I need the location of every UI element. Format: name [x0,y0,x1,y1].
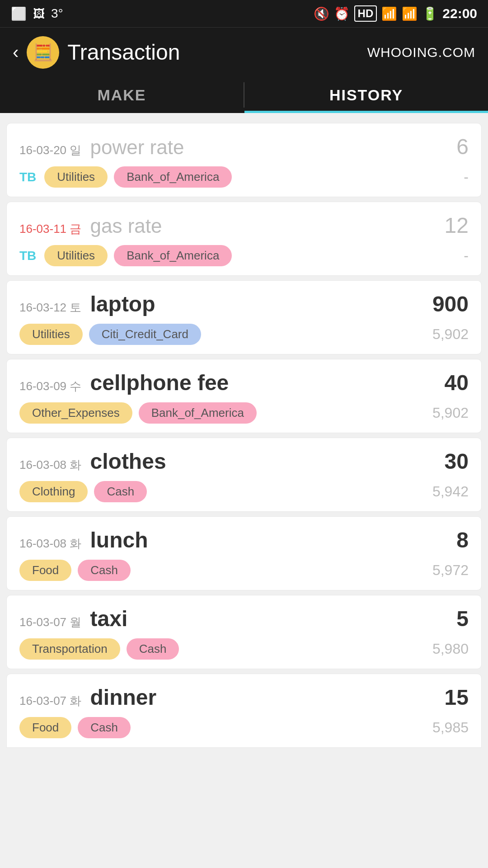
transaction-date: 16-03-08 화 [19,457,85,473]
status-right: 🔇 ⏰ HD 📶 📶 🔋 22:00 [314,5,477,22]
transaction-card[interactable]: 16-03-08 화 lunch 8 Food Cash 5,972 [6,516,482,590]
payment-tag[interactable]: Bank_of_America [114,245,232,266]
transaction-name: dinner [90,685,157,710]
transaction-amount: 6 [456,134,469,159]
category-tag[interactable]: Utilities [19,324,83,345]
date-name-row: 16-03-20 일 power rate [19,136,184,159]
image-icon: 🖼 [33,7,45,21]
site-label: WHOOING.COM [367,45,475,60]
transaction-footer: Utilities Citi_Credit_Card 5,902 [19,324,469,345]
date-name-row: 16-03-08 화 lunch [19,528,148,552]
transaction-amount: 8 [456,528,469,552]
category-tag[interactable]: Food [19,560,71,581]
balance-label: 5,980 [432,641,469,657]
payment-tag[interactable]: Cash [94,481,147,502]
transaction-date: 16-03-08 화 [19,536,85,552]
transaction-footer: Other_Expenses Bank_of_America 5,902 [19,402,469,424]
time-label: 22:00 [442,6,477,21]
category-tag[interactable]: Food [19,717,71,738]
transaction-card[interactable]: 16-03-08 화 clothes 30 Clothing Cash 5,94… [6,438,482,512]
category-tag[interactable]: Other_Expenses [19,402,132,424]
tab-history[interactable]: HISTORY [244,77,488,113]
transaction-footer: TB Utilities Bank_of_America - [19,166,469,188]
tab-bar: MAKE HISTORY [0,77,488,113]
transaction-card[interactable]: 16-03-07 화 dinner 15 Food Cash 5,985 [6,674,482,748]
transaction-amount: 5 [456,606,469,631]
balance-label: 5,902 [432,405,469,421]
transaction-name: gas rate [90,215,162,237]
signal-icon: 📶 [402,6,418,21]
transaction-card[interactable]: 16-03-11 금 gas rate 12 TB Utilities Bank… [6,202,482,276]
transaction-date: 16-03-09 수 [19,378,85,394]
payment-tag[interactable]: Citi_Credit_Card [89,324,201,345]
transaction-header: 16-03-11 금 gas rate 12 [19,213,469,238]
transaction-list: 16-03-20 일 power rate 6 TB Utilities Ban… [0,113,488,753]
transaction-name: lunch [90,528,148,552]
date-name-row: 16-03-09 수 cellphone fee [19,370,229,395]
transaction-card[interactable]: 16-03-07 월 taxi 5 Transportation Cash 5,… [6,595,482,669]
transaction-card[interactable]: 16-03-20 일 power rate 6 TB Utilities Ban… [6,123,482,197]
temp-label: 3° [51,6,63,21]
tags: TB Utilities Bank_of_America [19,166,464,188]
transaction-name: laptop [90,292,155,316]
date-name-row: 16-03-07 월 taxi [19,606,127,631]
transaction-amount: 12 [445,213,469,238]
balance-label: 5,942 [432,483,469,500]
transaction-footer: Food Cash 5,985 [19,717,469,738]
header-left: ‹ 🧮 Transaction [13,36,180,69]
transaction-card[interactable]: 16-03-12 토 laptop 900 Utilities Citi_Cre… [6,280,482,354]
transaction-name: power rate [90,136,184,159]
payment-tag[interactable]: Cash [78,717,131,738]
tags: Other_Expenses Bank_of_America [19,402,432,424]
transaction-name: taxi [90,606,128,631]
alarm-icon: ⏰ [334,6,350,21]
mute-icon: 🔇 [314,6,329,21]
transaction-header: 16-03-08 화 clothes 30 [19,449,469,474]
app-logo: 🧮 [27,36,59,69]
transaction-date: 16-03-07 월 [19,614,85,630]
tags: TB Utilities Bank_of_America [19,245,464,266]
logo-icon: 🧮 [33,43,53,62]
transaction-footer: TB Utilities Bank_of_America - [19,245,469,266]
balance-label: 5,972 [432,562,469,579]
payment-tag[interactable]: Bank_of_America [114,166,232,188]
date-name-row: 16-03-12 토 laptop [19,292,155,316]
balance-label: 5,902 [432,326,469,343]
transaction-header: 16-03-08 화 lunch 8 [19,528,469,552]
balance-label: 5,985 [432,719,469,736]
transaction-date: 16-03-12 토 [19,300,85,316]
category-tag[interactable]: Utilities [44,245,108,266]
transaction-header: 16-03-07 월 taxi 5 [19,606,469,631]
balance-dash: - [464,247,469,264]
battery-icon: 🔋 [422,6,438,21]
payment-tag[interactable]: Bank_of_America [139,402,257,424]
tb-label: TB [19,170,36,184]
tab-make[interactable]: MAKE [0,77,244,113]
payment-tag[interactable]: Cash [78,560,131,581]
tags: Utilities Citi_Credit_Card [19,324,432,345]
transaction-date: 16-03-11 금 [19,221,85,237]
transaction-amount: 15 [445,685,469,710]
tags: Food Cash [19,717,432,738]
transaction-date: 16-03-07 화 [19,693,85,709]
payment-tag[interactable]: Cash [127,638,179,660]
category-tag[interactable]: Utilities [44,166,108,188]
tb-label: TB [19,249,36,263]
page-title: Transaction [67,40,180,65]
transaction-header: 16-03-09 수 cellphone fee 40 [19,370,469,395]
transaction-footer: Clothing Cash 5,942 [19,481,469,502]
category-tag[interactable]: Clothing [19,481,88,502]
date-name-row: 16-03-07 화 dinner [19,685,156,710]
transaction-card[interactable]: 16-03-09 수 cellphone fee 40 Other_Expens… [6,359,482,433]
transaction-header: 16-03-12 토 laptop 900 [19,292,469,316]
back-button[interactable]: ‹ [13,42,19,62]
balance-dash: - [464,169,469,185]
category-tag[interactable]: Transportation [19,638,120,660]
transaction-footer: Transportation Cash 5,980 [19,638,469,660]
transaction-amount: 900 [432,292,469,316]
transaction-header: 16-03-07 화 dinner 15 [19,685,469,710]
tags: Transportation Cash [19,638,432,660]
tags: Food Cash [19,560,432,581]
transaction-name: cellphone fee [90,370,229,395]
date-name-row: 16-03-08 화 clothes [19,449,166,474]
